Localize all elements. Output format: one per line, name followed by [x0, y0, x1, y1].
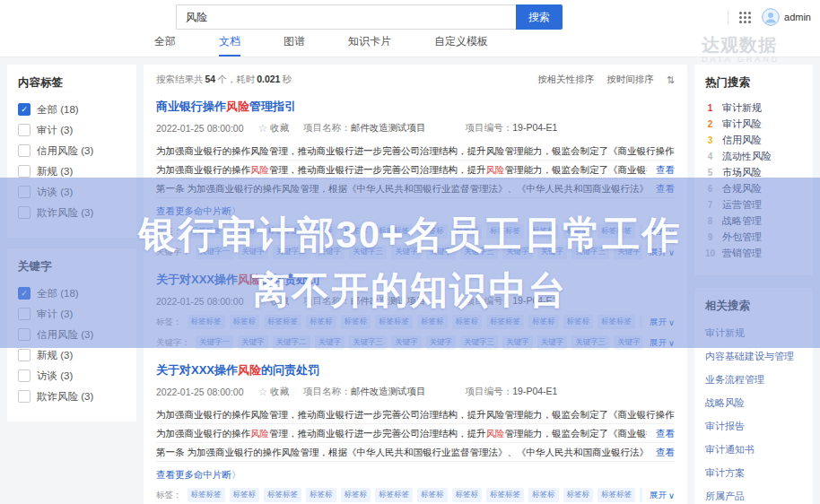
checkbox-icon[interactable] — [18, 390, 31, 403]
tag-chip[interactable]: 标签标 — [341, 315, 371, 329]
keyword-chip[interactable]: 关键字 — [391, 245, 422, 259]
keyword-chip[interactable]: 关键字 — [391, 335, 422, 350]
tag-chip[interactable]: 标签标签 — [188, 488, 225, 502]
tag-chip[interactable]: 标签标 — [452, 315, 483, 329]
checkbox-icon[interactable] — [18, 349, 31, 361]
checkbox-icon[interactable] — [18, 308, 31, 320]
keyword-chip[interactable]: 关键字 — [426, 335, 457, 350]
hot-search-item[interactable]: 5市场风险 — [705, 168, 802, 178]
tag-chip[interactable]: 标签标 — [417, 488, 448, 502]
keyword-chip[interactable]: 关键字一 — [196, 245, 233, 259]
tag-chip[interactable]: 标签标 — [230, 315, 260, 329]
hot-search-item[interactable]: 4流动性风险 — [705, 152, 802, 161]
checkbox-icon[interactable] — [18, 165, 31, 178]
favorite-button[interactable]: ☆收藏 — [258, 386, 290, 398]
keyword-chip[interactable]: 关键字 — [614, 245, 642, 259]
expand-link[interactable]: 展开∨ — [650, 317, 675, 328]
sort-by-relevance[interactable]: 按相关性排序 — [537, 74, 594, 86]
keyword-chip[interactable]: 关键字三 — [349, 335, 387, 350]
tag-chip[interactable]: 标签标签 — [375, 224, 413, 239]
sort-icon[interactable]: ⇅ — [667, 74, 675, 86]
related-search-link[interactable]: 战略风险 — [705, 396, 802, 410]
filter-option[interactable]: ✓全部 (18) — [18, 287, 126, 300]
result-title-link[interactable]: 关于对XXX操作风险的问责处罚 — [156, 272, 675, 288]
tag-chip[interactable]: 标签标 — [341, 224, 371, 239]
tag-chip[interactable]: 标签标 — [230, 224, 260, 239]
expand-link[interactable]: 展开∨ — [650, 337, 675, 349]
checkbox-icon[interactable]: ✓ — [18, 103, 31, 116]
tag-chip[interactable]: 标签标 — [306, 488, 336, 502]
keyword-chip[interactable]: 关键字 — [502, 335, 533, 350]
tag-chip[interactable]: 标签标签 — [486, 488, 524, 502]
related-search-link[interactable]: 审计通知书 — [705, 443, 802, 456]
keyword-chip[interactable]: 关键字 — [238, 245, 268, 259]
tag-chip[interactable]: 标签标 — [640, 315, 642, 329]
search-button[interactable]: 搜索 — [516, 4, 563, 30]
expand-link[interactable]: 展开∨ — [650, 226, 675, 238]
sort-by-time[interactable]: 按时间排序 — [606, 74, 654, 86]
view-link[interactable]: 查看 — [656, 443, 675, 461]
keyword-chip[interactable]: 关键字三 — [460, 335, 498, 350]
keyword-chip[interactable]: 关键字 — [537, 245, 568, 259]
result-title-link[interactable]: 关于对XXX操作风险的问责处罚 — [156, 362, 675, 378]
keyword-chip[interactable]: 关键字三 — [571, 335, 609, 350]
filter-option[interactable]: 欺诈风险 (3) — [18, 390, 126, 403]
tag-chip[interactable]: 标签标签 — [598, 224, 635, 239]
filter-option[interactable]: 审计 (3) — [18, 308, 126, 320]
filter-option[interactable]: 信用风险 (3) — [18, 144, 126, 157]
tag-chip[interactable]: 标签标 — [563, 315, 594, 329]
tag-chip[interactable]: 标签标 — [452, 488, 483, 502]
tag-chip[interactable]: 标签标 — [417, 224, 448, 239]
result-title-link[interactable]: 商业银行操作风险管理指引 — [156, 99, 675, 115]
checkbox-icon[interactable] — [18, 206, 31, 219]
tag-chip[interactable]: 标签标签 — [264, 224, 301, 239]
tag-chip[interactable]: 标签标签 — [598, 315, 635, 329]
filter-option[interactable]: 新规 (3) — [18, 165, 126, 178]
checkbox-icon[interactable] — [18, 186, 31, 198]
tag-chip[interactable]: 标签标签 — [264, 315, 301, 329]
tag-chip[interactable]: 标签标 — [563, 224, 594, 239]
tag-chip[interactable]: 标签标 — [563, 488, 594, 502]
view-more-snippets-link[interactable]: 查看更多命中片断〉 — [156, 205, 675, 218]
related-search-link[interactable]: 内容基础建设与管理 — [705, 350, 802, 363]
hot-search-item[interactable]: 8战略管理 — [705, 216, 802, 226]
tag-chip[interactable]: 标签标 — [341, 488, 371, 502]
view-link[interactable]: 查看 — [656, 424, 675, 442]
view-link[interactable]: 查看 — [656, 179, 675, 197]
filter-option[interactable]: 审计 (3) — [18, 124, 126, 136]
keyword-chip[interactable]: 关键字三 — [460, 245, 498, 259]
apps-grid-icon[interactable] — [739, 12, 751, 23]
hot-search-item[interactable]: 7运营管理 — [705, 200, 802, 210]
filter-option[interactable]: 新规 (3) — [18, 349, 126, 361]
tag-chip[interactable]: 标签标签 — [264, 488, 301, 502]
keyword-chip[interactable]: 关键字 — [315, 245, 345, 259]
related-search-link[interactable]: 审计新规 — [705, 326, 802, 340]
tag-chip[interactable]: 标签标签 — [598, 488, 635, 502]
tab-templates[interactable]: 自定义模板 — [434, 34, 488, 56]
hot-search-item[interactable]: 6合规风险 — [705, 184, 802, 194]
checkbox-icon[interactable] — [18, 124, 31, 136]
tag-chip[interactable]: 标签标签 — [188, 315, 225, 329]
hot-search-item[interactable]: 9外包管理 — [705, 232, 802, 242]
hot-search-item[interactable]: 10营销管理 — [705, 248, 802, 258]
favorite-button[interactable]: ☆收藏 — [258, 295, 290, 308]
tag-chip[interactable]: 标签标 — [528, 315, 559, 329]
checkbox-icon[interactable]: ✓ — [18, 287, 31, 300]
keyword-chip[interactable]: 关键字 — [238, 335, 268, 350]
related-search-link[interactable]: 审计报告 — [705, 420, 802, 433]
tag-chip[interactable]: 标签标 — [528, 488, 559, 502]
keyword-chip[interactable]: 关键字 — [426, 245, 457, 259]
tag-chip[interactable]: 标签标签 — [486, 315, 524, 329]
keyword-chip[interactable]: 关键字二 — [273, 245, 310, 259]
tag-chip[interactable]: 标签标 — [306, 224, 336, 239]
keyword-chip[interactable]: 关键字 — [315, 335, 345, 350]
checkbox-icon[interactable] — [18, 369, 31, 382]
checkbox-icon[interactable] — [18, 328, 31, 341]
view-link[interactable]: 查看 — [656, 161, 675, 178]
tag-chip[interactable]: 标签标签 — [375, 315, 413, 329]
favorite-button[interactable]: ☆收藏 — [258, 122, 290, 135]
tag-chip[interactable]: 标签标 — [230, 488, 260, 502]
filter-option[interactable]: 信用风险 (3) — [18, 328, 126, 341]
expand-link[interactable]: 展开∨ — [650, 247, 675, 258]
hot-search-item[interactable]: 1审计新规 — [705, 103, 802, 113]
